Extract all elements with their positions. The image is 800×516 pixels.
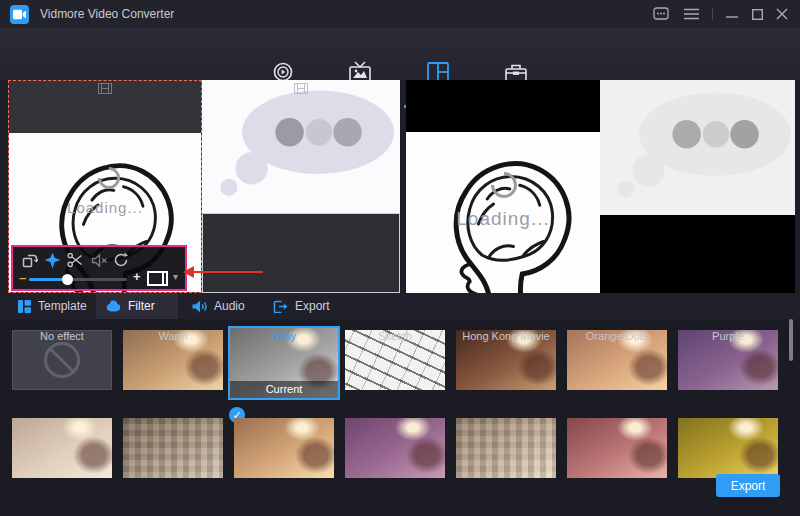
feedback-icon[interactable]	[652, 6, 670, 22]
filter-thumb[interactable]	[234, 418, 334, 478]
film-clip-icon	[98, 83, 112, 94]
bubble-image	[202, 80, 400, 213]
template-icon	[18, 300, 31, 313]
filter-label: Warm	[123, 330, 223, 342]
export-button[interactable]: Export	[716, 474, 780, 497]
tab-audio-label: Audio	[214, 299, 245, 313]
annotation-arrow-line	[194, 271, 263, 273]
menu-icon[interactable]	[682, 6, 700, 22]
app-title: Vidmore Video Converter	[40, 7, 174, 21]
audio-icon	[192, 300, 207, 313]
titlebar-divider	[712, 8, 713, 20]
tab-filter[interactable]: Filter	[96, 293, 178, 319]
letterbox-bottom	[600, 215, 795, 293]
tab-template-label: Template	[38, 299, 87, 313]
filter-thumb[interactable]	[678, 418, 778, 478]
annotation-arrow-head	[183, 266, 194, 278]
loading-text: Loading...	[9, 199, 201, 216]
current-badge: Current	[230, 381, 338, 398]
filter-label: Hong Kong Movie	[456, 330, 556, 342]
zoom-out-button[interactable]: –	[19, 270, 26, 285]
filter-thumb[interactable]	[456, 418, 556, 478]
maximize-button[interactable]	[748, 6, 766, 22]
loading-text: Loading...	[406, 208, 600, 230]
output-bubble-pane	[600, 80, 795, 293]
filter-icon	[106, 300, 121, 312]
chevron-down-icon[interactable]: ▾	[173, 271, 178, 282]
bubble-image-gray	[600, 80, 795, 215]
tab-audio[interactable]: Audio	[182, 293, 255, 319]
filter-label: Gray	[234, 330, 334, 342]
scrollbar-thumb[interactable]	[789, 319, 793, 361]
titlebar: Vidmore Video Converter	[0, 0, 800, 28]
zoom-in-button[interactable]: +	[133, 269, 141, 284]
app-window: Vidmore Video Converter Converter	[0, 0, 800, 516]
tool-tabstrip: Template Filter Audio Export 00:00:00.00…	[0, 293, 800, 319]
minimize-button[interactable]	[723, 6, 741, 22]
scale-slider-knob[interactable]	[62, 274, 73, 285]
tab-template[interactable]: Template	[8, 293, 97, 319]
filter-label: No effect	[12, 330, 112, 342]
app-logo-icon	[10, 5, 29, 24]
film-clip-icon	[294, 83, 308, 94]
export-tab-icon	[273, 300, 288, 313]
filter-thumb[interactable]	[123, 418, 223, 478]
rotate-icon[interactable]	[112, 251, 130, 269]
effect-star-icon[interactable]	[43, 251, 61, 269]
output-brain-pane: Loading...	[406, 80, 600, 293]
collage-cell-bubble[interactable]	[202, 80, 400, 293]
cell-toolbar: – + ▾	[11, 245, 187, 291]
filter-label: Purple	[678, 330, 778, 342]
no-effect-icon	[44, 342, 80, 378]
collage-edit-preview: Loading... –	[8, 80, 400, 293]
filter-thumb[interactable]	[567, 418, 667, 478]
tab-filter-label: Filter	[128, 299, 155, 313]
collage-cell-brain[interactable]: Loading... –	[8, 80, 202, 293]
filter-label: Sketch	[345, 330, 445, 342]
filter-label: Orange Dots	[567, 330, 667, 342]
collage-output-preview: Loading...	[406, 80, 795, 293]
main-nav: Converter MV Collage Toolbox	[0, 28, 800, 80]
frame-mode-icon[interactable]	[147, 271, 168, 286]
scale-slider[interactable]	[29, 278, 127, 281]
collage-cell-empty[interactable]	[202, 213, 400, 293]
replace-icon[interactable]	[21, 251, 39, 269]
filter-thumb[interactable]	[12, 418, 112, 478]
letterbox-top	[406, 80, 600, 132]
filter-gallery: No effect Warm Current ✓ Gray Sketch Hon…	[0, 319, 800, 516]
trim-scissors-icon[interactable]	[66, 251, 84, 269]
tab-export[interactable]: Export	[263, 293, 340, 319]
tab-export-label: Export	[295, 299, 330, 313]
close-button[interactable]	[773, 6, 791, 22]
mute-icon[interactable]	[90, 251, 108, 269]
filter-thumb[interactable]	[345, 418, 445, 478]
